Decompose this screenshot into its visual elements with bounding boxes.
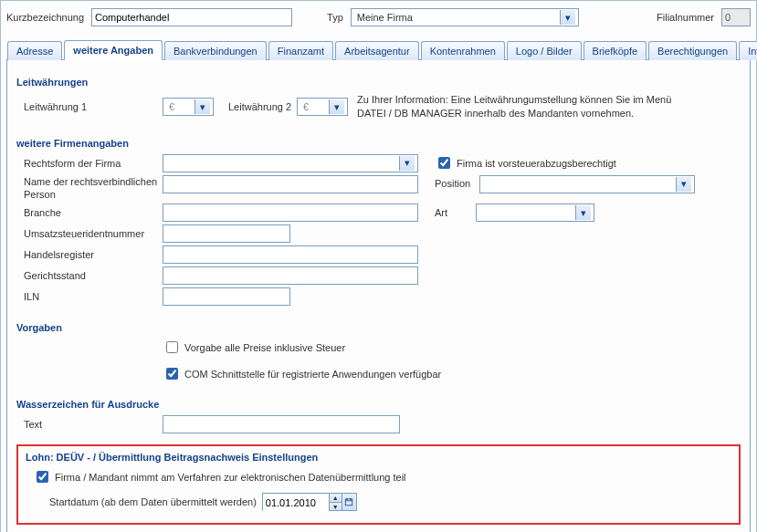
position-select[interactable]: ▾ [479, 175, 695, 193]
chevron-down-icon: ▾ [329, 99, 344, 114]
verfahren-checkbox-wrap[interactable]: Firma / Mandant nimmt am Verfahren zur e… [33, 468, 406, 485]
handelsregister-input[interactable] [163, 245, 418, 264]
startdatum-label: Startdatum (ab dem Daten übermittelt wer… [49, 496, 257, 507]
vorsteuer-label: Firma ist vorsteuerabzugsberechtigt [457, 158, 616, 169]
section-vorgaben: Vorgaben [16, 322, 741, 333]
tab-berechtigungen[interactable]: Berechtigungen [648, 41, 737, 60]
startdatum-input[interactable] [263, 494, 329, 512]
art-label: Art [435, 207, 447, 218]
tab-weitere-angaben[interactable]: weitere Angaben [64, 40, 163, 60]
preise-label: Vorgabe alle Preise inklusive Steuer [184, 342, 345, 353]
preise-checkbox-wrap[interactable]: Vorgabe alle Preise inklusive Steuer [163, 339, 345, 356]
kurzbezeichnung-label: Kurzbezeichnung [6, 12, 84, 23]
leitwaehrung1-label: Leitwährung 1 [16, 101, 163, 112]
chevron-down-icon: ▾ [195, 99, 210, 114]
iln-label: ILN [16, 291, 163, 302]
tab-arbeitsagentur[interactable]: Arbeitsagentur [335, 41, 419, 60]
preise-checkbox[interactable] [166, 341, 178, 353]
art-select[interactable]: ▾ [476, 203, 594, 222]
leitwaehrung1-select[interactable]: € ▾ [163, 98, 214, 116]
vorsteuer-checkbox-wrap[interactable]: Firma ist vorsteuerabzugsberechtigt [435, 154, 616, 172]
ust-label: Umsatzsteueridentnummer [16, 228, 163, 239]
section-wasserzeichen: Wasserzeichen für Ausdrucke [16, 399, 741, 410]
startdatum-field[interactable]: ▲ ▼ [262, 493, 357, 511]
tabs-bar: Adresse weitere Angaben Bankverbindungen… [6, 39, 751, 60]
typ-value: Meine Firma [354, 12, 560, 23]
tab-bankverbindungen[interactable]: Bankverbindungen [164, 41, 267, 60]
ust-input[interactable] [163, 224, 290, 243]
leitwaehrung2-value: € [300, 101, 329, 112]
chevron-down-icon: ▾ [575, 205, 591, 220]
leitwaehrung1-value: € [166, 101, 195, 112]
calendar-icon[interactable] [342, 494, 356, 510]
com-label: COM Schnittstelle für registrierte Anwen… [184, 369, 441, 380]
lohn-section-highlight: Lohn: DEÜV - / Übermittlung Beitragsnach… [16, 444, 741, 525]
verfahren-label: Firma / Mandant nimmt am Verfahren zur e… [55, 472, 406, 483]
iln-input[interactable] [163, 287, 290, 306]
verfahren-checkbox[interactable] [37, 471, 48, 483]
name-person-input[interactable] [163, 175, 418, 193]
tab-finanzamt[interactable]: Finanzamt [268, 41, 333, 60]
tab-briefkoepfe[interactable]: Briefköpfe [584, 41, 647, 60]
gericht-label: Gerichtsstand [16, 270, 163, 281]
rechtsform-select[interactable]: ▾ [163, 154, 418, 172]
typ-select[interactable]: Meine Firma ▾ [351, 8, 579, 26]
com-checkbox-wrap[interactable]: COM Schnittstelle für registrierte Anwen… [163, 365, 441, 382]
branche-label: Branche [16, 207, 163, 218]
wasserzeichen-text-input[interactable] [163, 415, 400, 433]
gericht-input[interactable] [163, 266, 418, 285]
handelsregister-label: Handelsregister [16, 249, 163, 260]
section-leitwaehrungen: Leitwährungen [16, 77, 741, 88]
filialnummer-input [721, 8, 751, 26]
chevron-down-icon: ▾ [399, 156, 415, 171]
rechtsform-label: Rechtsform der Firma [16, 158, 163, 169]
svg-rect-3 [351, 498, 352, 500]
filialnummer-label: Filialnummer [657, 12, 714, 23]
svg-rect-0 [346, 499, 353, 506]
tab-kontenrahmen[interactable]: Kontenrahmen [421, 41, 505, 60]
wasserzeichen-text-label: Text [16, 419, 163, 430]
section-firmenangaben: weitere Firmenangaben [16, 138, 741, 149]
spinner-down-icon[interactable]: ▼ [329, 502, 342, 510]
leitwaehrung2-select[interactable]: € ▾ [297, 98, 348, 116]
chevron-down-icon: ▾ [676, 177, 691, 192]
position-label: Position [435, 178, 470, 189]
svg-rect-2 [347, 498, 348, 500]
tab-info[interactable]: Info [739, 41, 757, 60]
leitwaehrung2-label: Leitwährung 2 [228, 101, 291, 112]
tab-adresse[interactable]: Adresse [7, 41, 62, 60]
branche-input[interactable] [163, 203, 418, 222]
leitwaehrung-info-text: Zu Ihrer Information: Eine Leitwährungum… [357, 93, 695, 121]
name-person-label: Name der rechtsverbindlichen Person [16, 175, 163, 202]
typ-label: Typ [327, 12, 343, 23]
section-lohn: Lohn: DEÜV - / Übermittlung Beitragsnach… [26, 452, 731, 463]
startdatum-spinner[interactable]: ▲ ▼ [329, 494, 342, 510]
chevron-down-icon: ▾ [560, 10, 575, 25]
com-checkbox[interactable] [166, 368, 178, 380]
vorsteuer-checkbox[interactable] [438, 157, 450, 169]
tab-logo-bilder[interactable]: Logo / Bilder [507, 41, 582, 60]
spinner-up-icon[interactable]: ▲ [329, 494, 342, 502]
kurzbezeichnung-input[interactable] [91, 8, 292, 26]
